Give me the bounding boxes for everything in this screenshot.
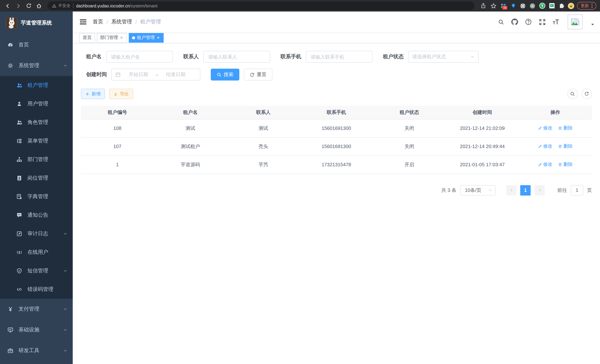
chat-extension-icon[interactable] (548, 2, 555, 9)
share-icon[interactable] (479, 2, 487, 10)
select-placeholder: 请选择租户状态 (412, 53, 470, 60)
gem-extension-icon[interactable] (509, 2, 517, 9)
edit-link[interactable]: 修改 (538, 143, 553, 149)
sidebar-logo[interactable]: 芋道管理系统 (0, 11, 73, 35)
sidebar-item-payment[interactable]: 支付管理 (0, 299, 73, 319)
reset-button[interactable]: 重置 (244, 69, 272, 81)
sidebar-item-sms[interactable]: 短信管理 (0, 261, 73, 280)
sidebar-item-online-users[interactable]: 在线用户 (0, 243, 73, 261)
tab-home[interactable]: 首页 (79, 33, 95, 42)
tenant-name-input[interactable] (106, 51, 173, 63)
address-bar[interactable]: 不安全 dashboard.yudao.iocoder.cn/system/te… (47, 1, 475, 10)
field-label: 创建时间 (86, 71, 107, 78)
hamburger-icon[interactable] (79, 18, 87, 26)
delete-link[interactable]: 删除 (558, 125, 573, 131)
sidebar-item-label: 岗位管理 (28, 175, 67, 181)
sidebar-item-role[interactable]: 角色管理 (0, 113, 73, 132)
help-icon[interactable] (525, 19, 532, 25)
tab-dept[interactable]: 部门管理 (97, 33, 127, 42)
breadcrumb-home[interactable]: 首页 (93, 19, 103, 25)
url-domain: dashboard.yudao.iocoder.cn (76, 3, 130, 8)
reload-icon[interactable] (25, 2, 33, 10)
sidebar-item-infra[interactable]: 基础设施 (0, 319, 73, 340)
fullscreen-icon[interactable] (539, 19, 545, 25)
puzzle-extensions-icon[interactable] (558, 2, 565, 9)
cell-name: 测试租户 (154, 137, 227, 156)
sidebar-item-post[interactable]: 岗位管理 (0, 169, 73, 187)
table-row: 1 芋道源码 芋艿 17321315478 开启 2021-01-05 17:0… (81, 156, 592, 174)
back-icon[interactable] (4, 2, 12, 10)
search-button[interactable]: 搜索 (211, 69, 239, 81)
security-chip[interactable]: 不安全 (52, 3, 71, 9)
sidebar-item-system[interactable]: 系统管理 (0, 55, 73, 76)
sidebar-item-dept[interactable]: 部门管理 (0, 150, 73, 169)
goto-page-input[interactable] (571, 185, 583, 195)
add-button[interactable]: 新增 (81, 89, 105, 99)
table-header-row: 租户编号 租户名 联系人 联系手机 租户状态 创建时间 操作 (81, 106, 592, 119)
security-label: 不安全 (58, 3, 71, 9)
profile-emoji-icon[interactable] (567, 2, 575, 9)
extension-grid-icon[interactable]: 10 (500, 2, 507, 9)
refresh-table-button[interactable] (581, 89, 592, 99)
circle-extension-icon[interactable] (529, 2, 536, 9)
search-icon[interactable] (497, 19, 504, 25)
tab-label: 租户管理 (137, 35, 155, 41)
sidebar-item-devtools[interactable]: 研发工具 (0, 340, 73, 361)
sidebar-item-dict[interactable]: 字典管理 (0, 187, 73, 206)
sidebar: 芋道管理系统 首页 系统管理 租户管理 用户管理 (0, 11, 73, 364)
page-size-select[interactable]: 10条/页 (460, 185, 496, 195)
sidebar-item-menu[interactable]: 菜单管理 (0, 132, 73, 150)
sidebar-item-error-code[interactable]: 错误码管理 (0, 280, 73, 299)
github-icon[interactable] (511, 19, 518, 25)
font-size-icon[interactable] (553, 19, 559, 25)
cell-created: 2021-12-14 20:49:44 (446, 137, 519, 156)
tab-label: 部门管理 (100, 35, 118, 41)
filter-status: 租户状态 请选择租户状态 (383, 51, 479, 63)
status-select[interactable]: 请选择租户状态 (408, 51, 479, 63)
close-icon[interactable] (157, 36, 160, 39)
bookmark-star-icon[interactable] (489, 2, 497, 10)
sidebar-item-home[interactable]: 首页 (0, 35, 73, 55)
browser-update-button[interactable]: 更新 (577, 2, 596, 10)
shield-check-icon (16, 268, 22, 274)
table-row: 107 测试租户 秃头 15601691300 关闭 2021-12-14 20… (81, 137, 592, 156)
gear-icon (7, 63, 13, 69)
trash-icon (558, 126, 562, 130)
page-number-button[interactable]: 1 (520, 185, 531, 195)
sidebar-item-audit-log[interactable]: 审计日志 (0, 224, 73, 243)
chevron-down-icon (63, 232, 67, 236)
cell-id: 108 (81, 119, 154, 137)
contact-input[interactable] (203, 51, 270, 63)
edit-link[interactable]: 修改 (538, 125, 553, 131)
forward-icon[interactable] (14, 2, 22, 10)
chevron-left-icon (509, 188, 513, 192)
delete-link[interactable]: 删除 (558, 143, 573, 149)
home-icon[interactable] (35, 2, 43, 10)
chevron-right-icon (537, 188, 542, 192)
audit-log-icon (16, 231, 22, 237)
toggle-search-button[interactable] (567, 89, 578, 99)
cell-contact: 芋艿 (227, 156, 300, 174)
edit-link[interactable]: 修改 (538, 161, 553, 168)
sidebar-item-notice[interactable]: 通知公告 (0, 206, 73, 224)
export-button[interactable]: 导出 (109, 89, 133, 99)
phone-input[interactable] (306, 51, 373, 63)
trash-icon (558, 144, 562, 149)
sidebar-item-user[interactable]: 用户管理 (0, 95, 73, 113)
breadcrumb-system[interactable]: 系统管理 (111, 19, 132, 25)
next-page-button[interactable] (534, 185, 545, 195)
pencil-icon (538, 162, 542, 167)
delete-link[interactable]: 删除 (558, 161, 573, 168)
tab-tenant[interactable]: 租户管理 (129, 33, 164, 42)
avatar-broken-image[interactable] (568, 14, 582, 29)
close-icon[interactable] (120, 36, 123, 39)
sidebar-item-tenant[interactable]: 租户管理 (0, 76, 73, 95)
cell-phone: 15601691300 (300, 137, 373, 156)
command-extension-icon[interactable] (519, 2, 526, 9)
col-header: 联系手机 (300, 106, 373, 119)
prev-page-button[interactable] (506, 185, 516, 195)
cell-created: 2021-12-14 21:02:09 (446, 119, 519, 137)
date-range-picker[interactable]: 开始日期 - 结束日期 (111, 69, 200, 81)
y-extension-icon[interactable] (538, 2, 546, 9)
caret-down-icon[interactable] (590, 22, 595, 27)
